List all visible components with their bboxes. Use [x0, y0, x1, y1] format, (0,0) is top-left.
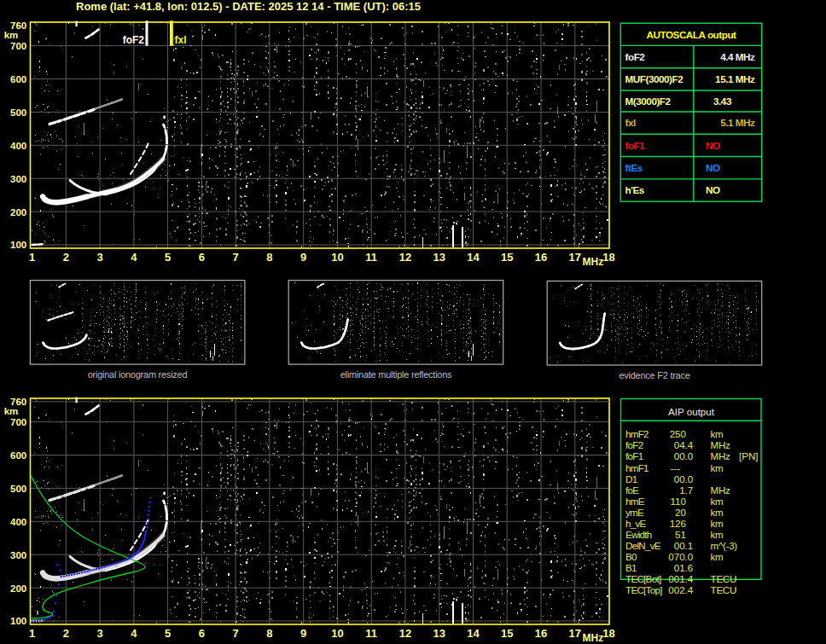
svg-text:01.6: 01.6	[674, 562, 694, 573]
svg-text:2: 2	[63, 627, 69, 640]
svg-text:200: 200	[10, 207, 26, 218]
svg-text:MHz: MHz	[711, 484, 730, 496]
svg-text:eliminate multiple reflections: eliminate multiple reflections	[340, 369, 452, 380]
svg-text:1: 1	[29, 627, 35, 640]
svg-text:AUTOSCALA output: AUTOSCALA output	[646, 29, 736, 40]
svg-text:12: 12	[399, 251, 411, 264]
svg-text:10: 10	[331, 251, 343, 264]
svg-text:110: 110	[671, 496, 686, 507]
svg-text:km: km	[4, 406, 19, 416]
svg-text:00.0: 00.0	[674, 450, 694, 461]
svg-text:foF1: foF1	[625, 450, 643, 461]
svg-text:5: 5	[165, 627, 171, 640]
svg-text:04.4: 04.4	[674, 439, 694, 450]
svg-text:13: 13	[433, 627, 445, 640]
svg-text:00.0: 00.0	[674, 473, 694, 484]
svg-text:300: 300	[10, 174, 26, 184]
svg-text:km: km	[711, 462, 724, 473]
svg-text:evidence F2 trace: evidence F2 trace	[619, 370, 689, 380]
svg-text:MHz: MHz	[711, 439, 730, 450]
svg-text:TEC[Bot]: TEC[Bot]	[625, 573, 661, 584]
svg-text:km: km	[711, 507, 724, 518]
svg-text:400: 400	[10, 141, 26, 151]
svg-text:002.4: 002.4	[668, 584, 694, 595]
svg-text:km: km	[711, 518, 724, 529]
svg-text:250: 250	[670, 428, 686, 439]
svg-text:700: 700	[10, 41, 26, 51]
svg-text:foF2: foF2	[625, 51, 646, 62]
svg-text:3: 3	[96, 627, 102, 640]
svg-text:300: 300	[10, 550, 26, 560]
svg-text:MHz: MHz	[583, 256, 604, 268]
svg-text:km: km	[4, 30, 19, 40]
svg-text:126: 126	[670, 518, 686, 529]
svg-text:15.1 MHz: 15.1 MHz	[715, 73, 755, 84]
svg-text:001.4: 001.4	[668, 573, 694, 584]
svg-text:M(3000)F2: M(3000)F2	[625, 96, 672, 107]
svg-text:17: 17	[569, 251, 581, 264]
svg-text:ftEs: ftEs	[625, 162, 643, 173]
svg-text:500: 500	[10, 107, 26, 118]
svg-text:hmE: hmE	[625, 496, 645, 507]
svg-text:original ionogram resized: original ionogram resized	[88, 369, 188, 380]
svg-text:---: ---	[671, 462, 681, 473]
svg-text:700: 700	[10, 417, 26, 427]
svg-text:foF2: foF2	[625, 439, 643, 450]
svg-text:8: 8	[266, 627, 272, 640]
svg-text:D1: D1	[625, 473, 637, 484]
svg-text:fxl: fxl	[625, 117, 636, 128]
svg-text:3: 3	[96, 251, 102, 264]
svg-text:600: 600	[10, 450, 26, 461]
svg-text:NO: NO	[706, 184, 720, 195]
svg-text:14: 14	[467, 627, 480, 640]
svg-text:5: 5	[165, 251, 171, 264]
svg-text:h'Es: h'Es	[625, 184, 645, 195]
svg-text:TEC[Top]: TEC[Top]	[625, 584, 662, 595]
svg-text:1: 1	[29, 251, 35, 264]
svg-text:8: 8	[266, 251, 272, 264]
svg-text:100: 100	[10, 616, 26, 626]
svg-text:[PN]: [PN]	[739, 450, 759, 461]
svg-text:km: km	[711, 551, 724, 562]
svg-text:MHz: MHz	[583, 632, 604, 644]
svg-text:9: 9	[300, 627, 306, 640]
svg-text:2: 2	[63, 251, 69, 264]
svg-text:5.1 MHz: 5.1 MHz	[720, 117, 755, 128]
svg-text:hmF2: hmF2	[625, 428, 649, 439]
svg-text:7: 7	[233, 627, 239, 640]
svg-text:TECU: TECU	[711, 584, 736, 595]
svg-text:h_vE: h_vE	[625, 518, 647, 529]
svg-text:km: km	[711, 428, 724, 439]
svg-text:070.0: 070.0	[668, 551, 693, 562]
svg-text:4.4 MHz: 4.4 MHz	[720, 51, 755, 62]
svg-text:16: 16	[535, 251, 547, 264]
svg-text:18: 18	[602, 251, 614, 264]
svg-text:foF2: foF2	[123, 34, 145, 46]
svg-text:m^(-3): m^(-3)	[711, 540, 738, 551]
svg-text:MHz: MHz	[711, 450, 730, 461]
svg-text:200: 200	[10, 583, 26, 594]
svg-text:11: 11	[365, 251, 377, 264]
svg-text:400: 400	[10, 517, 26, 527]
svg-text:11: 11	[365, 627, 377, 640]
svg-text:B1: B1	[625, 562, 637, 573]
svg-text:14: 14	[467, 251, 480, 264]
svg-text:NO: NO	[706, 140, 720, 151]
svg-text:foE: foE	[625, 484, 639, 496]
svg-text:00.1: 00.1	[674, 540, 694, 551]
svg-text:foF1: foF1	[625, 140, 646, 151]
svg-text:TECU: TECU	[711, 573, 736, 584]
svg-text:1.7: 1.7	[679, 484, 693, 496]
svg-text:AIP output: AIP output	[668, 406, 715, 417]
svg-text:NO: NO	[706, 162, 720, 173]
svg-text:DelN_vE: DelN_vE	[625, 540, 661, 551]
svg-text:7: 7	[233, 251, 239, 264]
svg-text:12: 12	[399, 627, 411, 640]
svg-text:500: 500	[10, 484, 26, 494]
svg-text:9: 9	[300, 251, 306, 264]
svg-text:13: 13	[433, 251, 445, 264]
svg-text:6: 6	[199, 251, 205, 264]
svg-text:6: 6	[199, 627, 205, 640]
svg-text:4: 4	[131, 627, 137, 640]
svg-text:600: 600	[10, 74, 26, 84]
